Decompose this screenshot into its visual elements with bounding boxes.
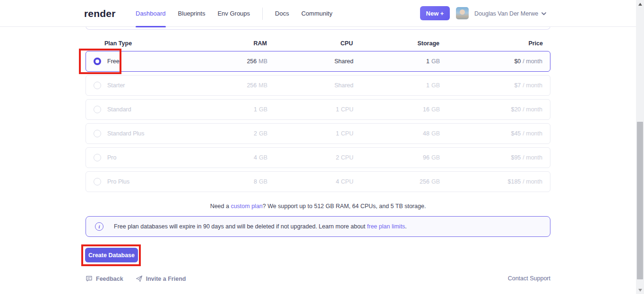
nav-divider [262, 8, 263, 20]
render-logo[interactable]: render [84, 0, 116, 27]
plan-row-pro[interactable]: Pro 4GB 2CPU 96GB $95/ month [86, 147, 550, 168]
plan-table-header: Plan Type RAM CPU Storage Price [86, 39, 550, 48]
radio-icon[interactable] [94, 130, 101, 137]
main-nav: Dashboard Blueprints Env Groups Docs Com… [136, 0, 332, 27]
tab-community[interactable]: Community [301, 0, 333, 27]
column-header-plan-type: Plan Type [93, 40, 178, 47]
feedback-bubble-icon [86, 275, 93, 282]
free-plan-limits-link[interactable]: free plan limits [367, 223, 405, 230]
top-navigation-bar: render Dashboard Blueprints Env Groups D… [0, 0, 636, 27]
column-header-ram: RAM [178, 40, 267, 47]
plan-row-starter[interactable]: Starter 256MB Shared 1GB $7/ month [86, 75, 550, 96]
free-plan-alert: i Free plan databases will expire in 90 … [86, 216, 550, 237]
scrollbar-thumb[interactable] [637, 122, 643, 279]
info-icon: i [95, 222, 103, 231]
feedback-link[interactable]: Feedback [86, 275, 123, 282]
scroll-down-arrow-icon[interactable] [636, 286, 644, 294]
vertical-scrollbar[interactable] [636, 0, 644, 294]
invite-friend-link[interactable]: Invite a Friend [136, 275, 186, 282]
radio-selected-icon[interactable] [94, 58, 101, 65]
paper-plane-icon [136, 275, 143, 282]
scroll-up-arrow-icon[interactable] [636, 0, 644, 8]
tab-dashboard[interactable]: Dashboard [136, 0, 166, 27]
custom-plan-link[interactable]: custom plan [231, 203, 262, 210]
custom-plan-note: Need a custom plan? We support up to 512… [86, 203, 550, 210]
plan-row-standard-plus[interactable]: Standard Plus 2GB 1CPU 48GB $45/ month [86, 123, 550, 144]
contact-support-link[interactable]: Contact Support [508, 275, 550, 282]
radio-icon[interactable] [94, 82, 101, 89]
footer-links: Feedback Invite a Friend [86, 275, 186, 282]
active-tab-underline [136, 26, 166, 27]
column-header-cpu: CPU [267, 40, 353, 47]
radio-icon[interactable] [94, 178, 101, 185]
create-database-button[interactable]: Create Database [85, 248, 138, 262]
tab-env-groups[interactable]: Env Groups [217, 0, 250, 27]
chevron-down-icon[interactable] [541, 10, 547, 17]
avatar[interactable] [456, 7, 469, 19]
user-menu[interactable]: Douglas Van Der Merwe [474, 0, 538, 27]
tab-blueprints[interactable]: Blueprints [178, 0, 206, 27]
new-button[interactable]: New + [420, 6, 450, 20]
radio-icon[interactable] [94, 154, 101, 161]
plan-row-free[interactable]: Free 256MB Shared 1GB $0/ month [86, 51, 550, 72]
column-header-storage: Storage [353, 40, 439, 47]
radio-icon[interactable] [94, 106, 101, 113]
page: render Dashboard Blueprints Env Groups D… [0, 0, 644, 294]
column-header-price: Price [439, 40, 543, 47]
tab-docs[interactable]: Docs [275, 0, 289, 27]
plan-row-standard[interactable]: Standard 1GB 1CPU 16GB $20/ month [86, 99, 550, 120]
alert-text: Free plan databases will expire in 90 da… [114, 223, 407, 230]
plan-row-pro-plus[interactable]: Pro Plus 8GB 4CPU 256GB $185/ month [86, 171, 550, 192]
